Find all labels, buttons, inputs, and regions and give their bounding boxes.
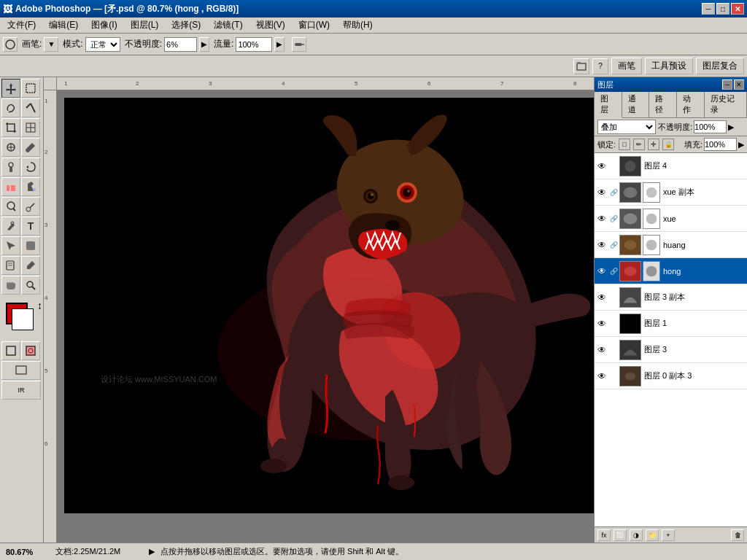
- quickmask-mode-btn[interactable]: [21, 341, 40, 360]
- tool-icon-display[interactable]: [3, 37, 18, 52]
- layer-item[interactable]: 👁 图层 3 副本: [595, 284, 747, 311]
- type-tool-btn[interactable]: T: [21, 217, 40, 236]
- brush-preset-btn[interactable]: 画笔: [611, 58, 642, 74]
- layer-link-icon[interactable]: 🔗: [609, 265, 618, 277]
- layer-item[interactable]: 👁 图层 4: [595, 153, 747, 179]
- layer-item[interactable]: 👁 🔗 huang: [595, 232, 747, 258]
- clone-stamp-btn[interactable]: [1, 158, 20, 176]
- panel-close-btn[interactable]: ✕: [734, 79, 744, 90]
- delete-layer-btn[interactable]: 🗑: [731, 529, 744, 541]
- brush-picker[interactable]: ▼: [44, 37, 58, 52]
- opacity-arrow[interactable]: ▶: [199, 37, 209, 52]
- tab-actions[interactable]: 动作: [677, 92, 705, 117]
- layer-visibility-icon[interactable]: 👁: [596, 213, 608, 225]
- fill-value-input[interactable]: [704, 138, 737, 151]
- blend-mode-select[interactable]: 叠加: [597, 120, 656, 134]
- minimize-button[interactable]: ─: [702, 3, 715, 15]
- title-bar-controls[interactable]: ─ □ ✕: [702, 3, 744, 15]
- path-select-btn[interactable]: [1, 236, 20, 255]
- pen-tool-btn[interactable]: [1, 217, 20, 236]
- layer-item[interactable]: 👁 🔗 xue 副本: [595, 179, 747, 206]
- fill-tool-btn[interactable]: [21, 177, 40, 196]
- menu-help[interactable]: 帮助(H): [337, 18, 379, 33]
- layers-list[interactable]: 👁 图层 4 👁 🔗 xue 副本 �: [595, 153, 747, 526]
- menu-filter[interactable]: 滤镜(T): [208, 18, 248, 33]
- layer-link-icon[interactable]: 🔗: [609, 239, 618, 251]
- tab-layers[interactable]: 图层: [595, 92, 622, 118]
- layer-item-active[interactable]: 👁 🔗 hong: [595, 258, 747, 284]
- fill-arrow-icon[interactable]: ▶: [738, 140, 744, 149]
- layer-visibility-icon[interactable]: 👁: [596, 318, 608, 330]
- layer-item[interactable]: 👁 图层 1: [595, 311, 747, 337]
- menu-select[interactable]: 选择(S): [166, 18, 206, 33]
- shape-tool-btn[interactable]: [21, 236, 40, 255]
- opacity-arrow-icon[interactable]: ▶: [728, 122, 734, 132]
- crop-tool-btn[interactable]: [1, 118, 20, 137]
- imageready-btn[interactable]: IR: [1, 381, 41, 400]
- opacity-value-input[interactable]: [694, 120, 727, 133]
- layer-item[interactable]: 👁 🔗 xue: [595, 206, 747, 232]
- new-group-btn[interactable]: 📁: [646, 529, 659, 541]
- notes-tool-btn[interactable]: [1, 256, 20, 275]
- zoom-tool-btn[interactable]: [21, 276, 40, 295]
- layer-mask-btn[interactable]: ⬜: [614, 529, 627, 541]
- blur-tool-btn[interactable]: [1, 197, 20, 216]
- lock-position-btn[interactable]: ✛: [648, 139, 659, 150]
- layer-item[interactable]: 👁 图层 3: [595, 337, 747, 363]
- layer-item[interactable]: 👁 图层 0 副本 3: [595, 363, 747, 389]
- airbrush-toggle[interactable]: [292, 37, 306, 52]
- layer-link-icon[interactable]: 🔗: [609, 213, 618, 225]
- flow-arrow[interactable]: ▶: [274, 37, 285, 52]
- eyedropper-btn[interactable]: [21, 256, 40, 275]
- menu-layer[interactable]: 图层(L): [125, 18, 165, 33]
- layer-visibility-icon[interactable]: 👁: [596, 160, 608, 172]
- menu-view[interactable]: 视图(V): [250, 18, 291, 33]
- file-browser-btn[interactable]: [573, 58, 589, 74]
- menu-image[interactable]: 图像(I): [85, 18, 123, 33]
- menu-file[interactable]: 文件(F): [1, 18, 42, 33]
- background-color[interactable]: [12, 308, 34, 330]
- mode-select[interactable]: 正常: [85, 37, 120, 52]
- marquee-tool-btn[interactable]: [21, 79, 40, 98]
- eraser-tool-btn[interactable]: [1, 177, 20, 196]
- layer-link-icon[interactable]: 🔗: [609, 187, 618, 198]
- new-layer-btn[interactable]: +: [662, 529, 675, 541]
- swap-colors-icon[interactable]: ↕: [37, 300, 42, 311]
- maximize-button[interactable]: □: [716, 3, 729, 15]
- layer-comps-btn[interactable]: 图层复合: [696, 58, 744, 74]
- slice-tool-btn[interactable]: [21, 118, 40, 137]
- layer-visibility-icon[interactable]: 👁: [596, 292, 608, 303]
- tab-history[interactable]: 历史记录: [705, 92, 747, 117]
- lock-transparent-btn[interactable]: □: [619, 139, 630, 150]
- menu-window[interactable]: 窗口(W): [293, 18, 336, 33]
- tool-preset-btn[interactable]: 工具预设: [645, 58, 693, 74]
- magic-wand-btn[interactable]: [21, 98, 40, 117]
- panel-minimize-btn[interactable]: ─: [722, 79, 732, 90]
- layer-visibility-icon[interactable]: 👁: [596, 370, 608, 382]
- tab-channels[interactable]: 通道: [622, 92, 650, 117]
- history-brush-btn[interactable]: [21, 158, 40, 176]
- dodge-tool-btn[interactable]: [21, 197, 40, 216]
- close-button[interactable]: ✕: [731, 3, 744, 15]
- lock-pixels-btn[interactable]: ✏: [633, 139, 645, 150]
- hand-tool-btn[interactable]: [1, 276, 20, 295]
- opacity-input[interactable]: [164, 37, 197, 52]
- brush-tool-btn[interactable]: [21, 138, 40, 157]
- layer-adjustment-btn[interactable]: ◑: [630, 529, 643, 541]
- layer-effects-btn[interactable]: fx: [597, 529, 611, 541]
- layer-visibility-icon[interactable]: 👁: [596, 187, 608, 198]
- layer-visibility-icon[interactable]: 👁: [596, 344, 608, 356]
- standard-mode-btn[interactable]: [1, 341, 20, 360]
- tab-paths[interactable]: 路径: [649, 92, 677, 117]
- move-tool-btn[interactable]: [1, 79, 20, 98]
- canvas-container[interactable]: 设计论坛 www.MISSYUAN.COM: [57, 90, 594, 542]
- lasso-tool-btn[interactable]: [1, 98, 20, 117]
- flow-input[interactable]: [236, 37, 272, 52]
- heal-tool-btn[interactable]: [1, 138, 20, 157]
- help-btn[interactable]: ?: [592, 58, 608, 74]
- layer-visibility-icon[interactable]: 👁: [596, 239, 608, 251]
- menu-edit[interactable]: 编辑(E): [43, 18, 84, 33]
- lock-all-btn[interactable]: 🔒: [662, 139, 674, 150]
- screen-mode-btn[interactable]: [1, 361, 41, 380]
- layer-visibility-icon[interactable]: 👁: [596, 265, 608, 277]
